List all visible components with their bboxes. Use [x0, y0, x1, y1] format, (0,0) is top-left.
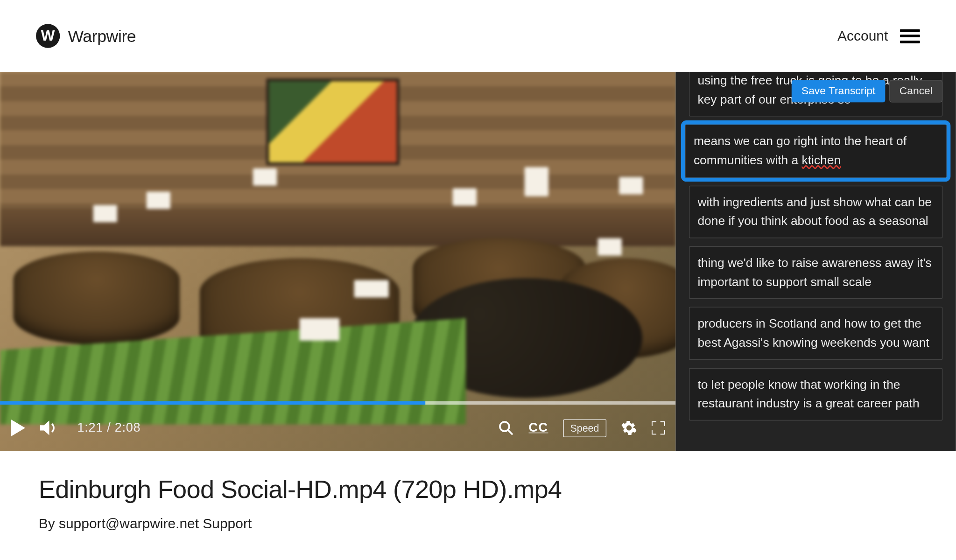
page-header: W Warpwire Account — [0, 0, 956, 72]
header-actions: Account — [837, 28, 920, 44]
search-icon[interactable] — [498, 420, 514, 436]
time-total: 2:08 — [115, 420, 141, 434]
fullscreen-icon[interactable] — [652, 421, 665, 435]
transcript-segment[interactable]: means we can go right into the heart of … — [685, 125, 946, 177]
save-transcript-button[interactable]: Save Transcript — [792, 80, 886, 102]
video-player[interactable]: 1:21 / 2:08 CC Speed — [0, 72, 675, 451]
play-icon[interactable] — [11, 419, 25, 436]
brand-name: Warpwire — [68, 26, 136, 45]
transcript-panel: Save Transcript Cancel using the free tr… — [675, 72, 956, 451]
progress-fill — [0, 401, 426, 405]
time-display: 1:21 / 2:08 — [77, 420, 141, 435]
player-controls: 1:21 / 2:08 CC Speed — [0, 405, 675, 451]
transcript-segment[interactable]: with ingredients and just show what can … — [689, 185, 942, 238]
account-link[interactable]: Account — [837, 28, 888, 44]
cancel-button[interactable]: Cancel — [889, 80, 942, 102]
captions-button[interactable]: CC — [528, 420, 548, 435]
video-meta: Edinburgh Food Social-HD.mp4 (720p HD).m… — [0, 451, 956, 556]
time-current: 1:21 — [77, 420, 103, 434]
main-content: 1:21 / 2:08 CC Speed Save Transcript Can… — [0, 72, 956, 451]
speed-button[interactable]: Speed — [563, 419, 606, 437]
transcript-segment[interactable]: producers in Scotland and how to get the… — [689, 307, 942, 360]
brand[interactable]: W Warpwire — [36, 24, 136, 48]
spelling-error: ktichen — [802, 153, 841, 167]
transcript-segments[interactable]: using the free truck is going to be a re… — [675, 72, 956, 426]
transcript-actions: Save Transcript Cancel — [792, 80, 943, 102]
transcript-segment[interactable]: thing we'd like to raise awareness away … — [689, 246, 942, 299]
settings-icon[interactable] — [621, 420, 637, 436]
svg-line-1 — [508, 430, 513, 434]
video-title: Edinburgh Food Social-HD.mp4 (720p HD).m… — [39, 475, 917, 504]
video-byline: By support@warpwire.net Support — [39, 516, 917, 532]
menu-icon[interactable] — [900, 29, 920, 43]
brand-logo-icon: W — [36, 24, 60, 48]
svg-point-0 — [500, 422, 509, 431]
video-frame-image — [0, 72, 675, 451]
volume-icon[interactable] — [40, 419, 59, 436]
transcript-segment[interactable]: to let people know that working in the r… — [689, 368, 942, 420]
progress-bar[interactable] — [0, 401, 675, 405]
